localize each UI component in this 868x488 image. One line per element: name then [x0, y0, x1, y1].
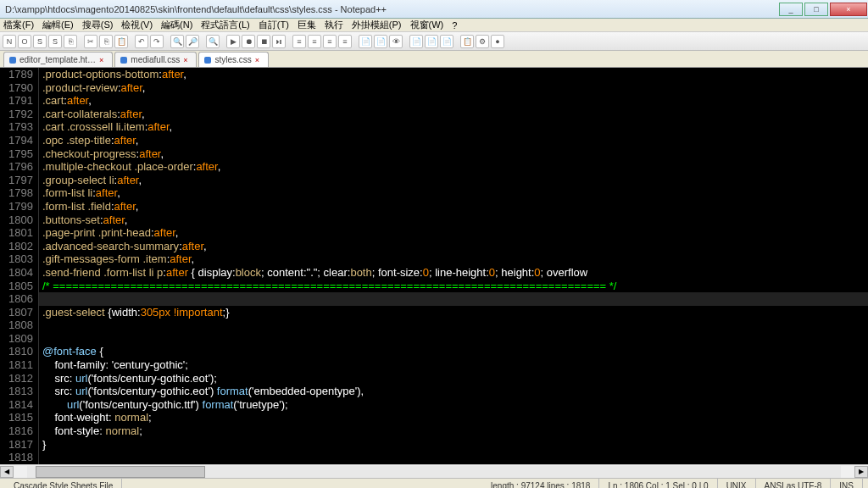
tab-bar: editor_template.ht…×mediafull.css×styles… — [0, 51, 868, 68]
document-tab[interactable]: editor_template.ht…× — [3, 52, 113, 67]
code-line[interactable] — [39, 451, 868, 464]
toolbar-button[interactable]: 📄 — [440, 35, 453, 48]
toolbar-button[interactable]: ⏹ — [257, 35, 270, 48]
menu-item[interactable]: 檔案(F) — [3, 19, 34, 31]
code-area[interactable]: .product-options-bottom:after,.product-r… — [39, 68, 868, 464]
code-line[interactable]: .guest-select {width:305px !important;} — [39, 306, 868, 319]
code-line[interactable]: src: url('fonts/century-gothic.eot'); — [39, 372, 868, 385]
status-length: length : 97124 lines : 1818 — [482, 479, 599, 488]
line-number: 1817 — [0, 438, 33, 452]
toolbar-button[interactable]: ⚙ — [476, 35, 489, 48]
code-line[interactable]: @font-face { — [39, 345, 868, 358]
code-line[interactable]: font-weight: normal; — [39, 411, 868, 424]
menu-item[interactable]: 編輯(E) — [42, 19, 74, 31]
code-line[interactable]: .cart:after, — [39, 94, 868, 108]
code-line[interactable] — [39, 332, 868, 346]
menu-item[interactable]: 檢視(V) — [121, 19, 153, 31]
toolbar-button[interactable]: ▶ — [226, 35, 240, 48]
toolbar-button[interactable]: ≡ — [308, 35, 321, 48]
code-line[interactable]: .form-list li:after, — [39, 186, 868, 200]
code-line[interactable]: font-family: 'century-gothic'; — [39, 358, 868, 372]
toolbar-button[interactable]: 📄 — [359, 35, 372, 48]
code-line[interactable]: .gift-messages-form .item:after, — [39, 252, 868, 266]
toolbar-button[interactable]: ↷ — [150, 35, 164, 48]
scroll-thumb[interactable] — [36, 466, 205, 478]
toolbar-button[interactable]: ≡ — [338, 35, 352, 48]
code-line[interactable]: } — [39, 438, 868, 452]
menu-item[interactable]: 外掛模組(P) — [352, 19, 402, 31]
scroll-left-arrow[interactable]: ◀ — [0, 466, 14, 478]
code-line[interactable]: url('fonts/century-gothic.ttf') format('… — [39, 398, 868, 412]
code-line[interactable]: .group-select li:after, — [39, 174, 868, 187]
code-line[interactable]: .advanced-search-summary:after, — [39, 240, 868, 253]
toolbar-button[interactable]: ⎘ — [64, 35, 77, 48]
code-line[interactable]: .form-list .field:after, — [39, 200, 868, 214]
toolbar-button[interactable]: 📄 — [425, 35, 438, 48]
tab-close-icon[interactable]: × — [255, 56, 259, 64]
status-eol: UNIX — [718, 479, 756, 488]
menu-item[interactable]: 編碼(N) — [161, 19, 192, 31]
code-line[interactable] — [39, 319, 868, 332]
close-button[interactable]: × — [830, 3, 867, 16]
toolbar-button[interactable]: 👁 — [389, 35, 403, 48]
code-line[interactable]: .product-options-bottom:after, — [39, 68, 868, 81]
toolbar-button[interactable]: O — [18, 35, 31, 48]
toolbar-button[interactable]: S — [33, 35, 47, 48]
code-line[interactable]: .buttons-set:after, — [39, 214, 868, 227]
toolbar-button[interactable]: ⏺ — [242, 35, 255, 48]
code-editor[interactable]: 1789179017911792179317941795179617971798… — [0, 68, 868, 464]
menu-item[interactable]: 執行 — [325, 19, 343, 31]
line-number: 1791 — [0, 94, 33, 108]
toolbar-button[interactable]: ⏯ — [272, 35, 286, 48]
code-line[interactable]: .cart .crosssell li.item:after, — [39, 120, 868, 134]
status-language: Cascade Style Sheets File — [5, 479, 122, 488]
tab-close-icon[interactable]: × — [99, 56, 103, 64]
toolbar-button[interactable]: ⎘ — [99, 35, 113, 48]
code-line[interactable]: .cart-collaterals:after, — [39, 108, 868, 121]
toolbar-button[interactable]: 🔎 — [186, 35, 199, 48]
toolbar-button[interactable]: ✂ — [84, 35, 97, 48]
code-line[interactable]: .send-friend .form-list li p:after { dis… — [39, 266, 868, 280]
menu-item[interactable]: 自訂(T) — [259, 19, 289, 31]
line-number: 1806 — [0, 292, 33, 306]
scroll-track[interactable] — [27, 466, 841, 478]
tab-close-icon[interactable]: × — [183, 56, 187, 64]
minimize-button[interactable]: _ — [779, 3, 803, 16]
menu-item[interactable]: 搜尋(S) — [82, 19, 114, 31]
horizontal-scrollbar[interactable]: ◀ ▶ — [0, 464, 868, 478]
document-tab[interactable]: mediafull.css× — [114, 52, 197, 67]
maximize-button[interactable]: □ — [804, 3, 828, 16]
line-number: 1805 — [0, 280, 33, 293]
code-line[interactable]: .page-print .print-head:after, — [39, 226, 868, 240]
menu-item[interactable]: 視窗(W) — [410, 19, 444, 31]
toolbar-button[interactable]: 📋 — [460, 35, 474, 48]
toolbar-button[interactable]: 📋 — [114, 35, 128, 48]
menu-item[interactable]: ? — [452, 20, 457, 30]
code-line[interactable]: /* =====================================… — [39, 280, 868, 293]
toolbar-button[interactable]: S — [48, 35, 62, 48]
scroll-right-arrow[interactable]: ▶ — [854, 466, 868, 478]
menu-item[interactable]: 程式語言(L) — [201, 19, 249, 31]
code-line[interactable]: .opc .step-title:after, — [39, 134, 868, 147]
code-line[interactable]: src: url('fonts/century-gothic.eot') for… — [39, 385, 868, 398]
document-tab[interactable]: styles.css× — [198, 52, 269, 67]
toolbar-button[interactable]: ≡ — [323, 35, 337, 48]
line-number: 1810 — [0, 345, 33, 358]
toolbar-button[interactable]: 🔍 — [170, 35, 184, 48]
line-number: 1800 — [0, 214, 33, 227]
toolbar-button[interactable]: 🔍 — [206, 35, 220, 48]
code-line[interactable] — [39, 292, 868, 306]
toolbar-button[interactable]: 📄 — [409, 35, 423, 48]
code-line[interactable]: .checkout-progress:after, — [39, 147, 868, 161]
status-insert-mode: INS — [831, 479, 863, 488]
toolbar-button[interactable]: ● — [491, 35, 504, 48]
toolbar-button[interactable]: N — [3, 35, 16, 48]
code-line[interactable]: .product-review:after, — [39, 81, 868, 95]
toolbar-button[interactable]: ≡ — [292, 35, 306, 48]
toolbar-button[interactable]: 📄 — [374, 35, 387, 48]
code-line[interactable]: .multiple-checkout .place-order:after, — [39, 160, 868, 174]
toolbar-button[interactable]: ↶ — [135, 35, 148, 48]
line-number: 1794 — [0, 134, 33, 147]
code-line[interactable]: font-style: normal; — [39, 424, 868, 438]
menu-item[interactable]: 巨集 — [298, 19, 316, 31]
